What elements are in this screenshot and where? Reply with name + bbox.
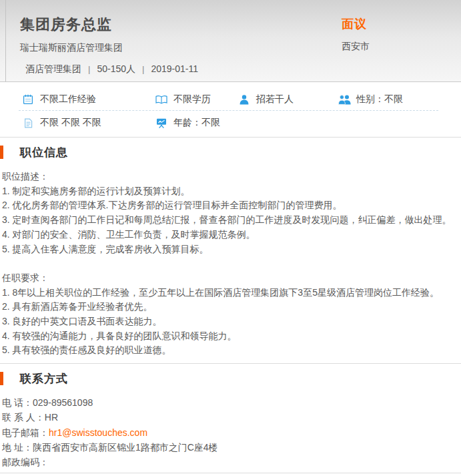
tag-headcount: 招若干人: [238, 93, 338, 105]
work-experience-icon: [21, 94, 35, 105]
job-description-blank-line: [2, 256, 458, 271]
section-accent-bar: [0, 372, 3, 385]
contact-person-row: 联 系 人：HR: [2, 410, 461, 425]
document-icon: [21, 118, 35, 128]
tag-gender: 性别：不限: [338, 93, 403, 105]
section-divider: [0, 137, 461, 138]
job-requirement-line: 3. 良好的中英文口语及书面表达能力。: [2, 314, 458, 329]
job-requirement-line: 5. 具有较强的责任感及良好的职业道德。: [2, 343, 458, 358]
job-description-line: 职位描述：: [2, 170, 458, 184]
headcount-person-icon: [238, 95, 251, 105]
job-info-section: 职位信息 职位描述： 1. 制定和实施房务部的运行计划及预算计划。 2. 优化房…: [0, 145, 461, 358]
address-value: 陕西省西安市高新区锦业1路都市之门C座4楼: [33, 442, 218, 453]
job-description: 职位描述： 1. 制定和实施房务部的运行计划及预算计划。 2. 优化房务部的管理…: [0, 160, 461, 358]
contact-section-header: 联系方式: [0, 371, 461, 386]
section-title: 职位信息: [20, 145, 68, 160]
contact-address-row: 地 址：陕西省西安市高新区锦业1路都市之门C座4楼: [2, 440, 461, 455]
page-title: 集团房务总监: [20, 15, 112, 35]
industry-label: 酒店管理集团: [25, 63, 81, 74]
tag-label: 招若干人: [256, 93, 294, 105]
contact-person-value: HR: [45, 412, 58, 423]
email-link[interactable]: hr1@swisstouches.com: [49, 427, 147, 438]
tag-work-experience: 不限工作经验: [21, 93, 155, 105]
section-title: 联系方式: [20, 371, 68, 387]
tag-label: 不限学历: [173, 93, 211, 105]
company-size-label: 50-150人: [97, 63, 135, 74]
job-requirement-line: 4. 有较强的沟通能力，具备良好的团队意识和领导能力。: [2, 329, 458, 344]
job-description-line: 4. 对部门的安全、消防、卫生工作负责，及时掌握规范条例。: [2, 228, 458, 242]
job-meta-row: 酒店管理集团|50-150人|2019-01-11: [20, 63, 441, 75]
phone-value: 029-89561098: [33, 397, 93, 408]
post-date-label: 2019-01-11: [151, 63, 198, 74]
tag-label: 年龄：不限: [173, 117, 220, 129]
job-description-line: 2. 优化房务部的管理体系.下达房务部的运行管理目标并全面控制部门的管理费用。: [2, 198, 458, 213]
gender-people-icon: [338, 95, 351, 105]
contact-postcode-row: 邮政编码：: [2, 455, 461, 469]
education-book-icon: [155, 95, 168, 105]
address-label: 地 址：: [2, 442, 33, 453]
meta-separator: |: [88, 64, 90, 74]
tag-other-requirements: 不限 不限 不限: [21, 117, 155, 129]
phone-label: 电 话：: [2, 397, 33, 408]
tag-row-1: 不限工作经验 不限学历 招若干人: [0, 89, 461, 110]
company-name: 瑞士瑞斯丽酒店管理集团: [20, 42, 441, 54]
job-requirements-heading: 任职要求：: [2, 271, 458, 286]
section-divider: [0, 363, 461, 364]
job-requirement-tags: 不限工作经验 不限学历 招若干人: [0, 82, 461, 137]
contact-email-row: 电子邮箱：hr1@swisstouches.com: [2, 425, 461, 440]
contact-phone-row: 电 话：029-89561098: [2, 395, 461, 410]
age-board-icon: [155, 118, 168, 128]
job-requirement-line: 1. 8年以上相关职位的工作经验，至少五年以上在国际酒店管理集团旗下3至5星级酒…: [2, 286, 458, 300]
contact-details: 电 话：029-89561098 联 系 人：HR 电子邮箱：hr1@swiss…: [0, 386, 461, 469]
city-label: 西安市: [342, 41, 370, 53]
postcode-label: 邮政编码：: [2, 457, 49, 467]
contact-section: 联系方式 电 话：029-89561098 联 系 人：HR 电子邮箱：hr1@…: [0, 371, 461, 469]
tag-education: 不限学历: [155, 93, 238, 105]
bottom-divider: [0, 473, 461, 473]
contact-person-label: 联 系 人：: [2, 412, 45, 423]
job-description-line: 3. 定时查阅各部门的工作日记和每周总结汇报，督查各部门的工作进度及时发现问题，…: [2, 213, 458, 228]
job-description-line: 1. 制定和实施房务部的运行计划及预算计划。: [2, 184, 458, 199]
job-info-section-header: 职位信息: [0, 145, 461, 160]
tag-age: 年龄：不限: [155, 117, 220, 129]
tag-label: 不限工作经验: [40, 93, 96, 105]
section-accent-bar: [0, 146, 3, 159]
job-requirement-line: 2. 具有新酒店筹备开业经验者优先。: [2, 300, 458, 314]
meta-separator: |: [142, 64, 144, 74]
email-label: 电子邮箱：: [2, 427, 49, 438]
tag-row-2: 不限 不限 不限 年龄：不限: [0, 111, 461, 135]
job-description-line: 5. 提高入住客人满意度，完成客房收入预算目标。: [2, 242, 458, 257]
job-header: 集团房务总监 面议 瑞士瑞斯丽酒店管理集团 西安市 酒店管理集团|50-150人…: [0, 0, 461, 82]
header-left-border: [5, 0, 6, 81]
tag-label: 性别：不限: [356, 93, 403, 105]
tag-label: 不限 不限 不限: [40, 117, 101, 129]
salary-badge: 面议: [342, 16, 367, 32]
